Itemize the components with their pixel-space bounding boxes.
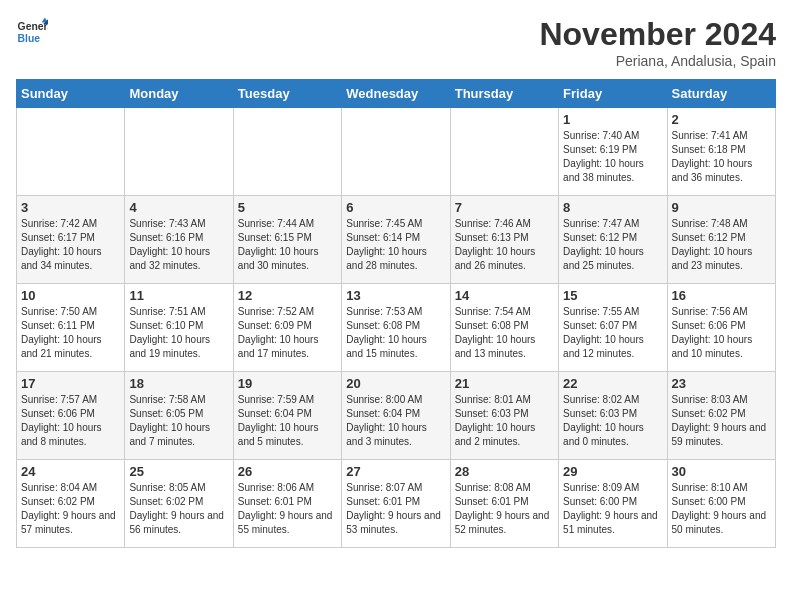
day-info: Sunrise: 7:48 AMSunset: 6:12 PMDaylight:… [672, 217, 771, 273]
svg-text:Blue: Blue [18, 33, 41, 44]
col-friday: Friday [559, 80, 667, 108]
day-number: 7 [455, 200, 554, 215]
day-info: Sunrise: 7:41 AMSunset: 6:18 PMDaylight:… [672, 129, 771, 185]
day-number: 10 [21, 288, 120, 303]
day-info: Sunrise: 7:52 AMSunset: 6:09 PMDaylight:… [238, 305, 337, 361]
day-number: 18 [129, 376, 228, 391]
day-info: Sunrise: 7:43 AMSunset: 6:16 PMDaylight:… [129, 217, 228, 273]
day-number: 13 [346, 288, 445, 303]
day-number: 24 [21, 464, 120, 479]
day-info: Sunrise: 7:46 AMSunset: 6:13 PMDaylight:… [455, 217, 554, 273]
header: General Blue November 2024 Periana, Anda… [16, 16, 776, 69]
calendar-cell: 16Sunrise: 7:56 AMSunset: 6:06 PMDayligh… [667, 284, 775, 372]
day-number: 12 [238, 288, 337, 303]
day-info: Sunrise: 7:53 AMSunset: 6:08 PMDaylight:… [346, 305, 445, 361]
day-info: Sunrise: 7:40 AMSunset: 6:19 PMDaylight:… [563, 129, 662, 185]
day-number: 25 [129, 464, 228, 479]
day-number: 2 [672, 112, 771, 127]
day-info: Sunrise: 7:51 AMSunset: 6:10 PMDaylight:… [129, 305, 228, 361]
logo: General Blue [16, 16, 48, 48]
calendar-cell: 9Sunrise: 7:48 AMSunset: 6:12 PMDaylight… [667, 196, 775, 284]
calendar-cell: 24Sunrise: 8:04 AMSunset: 6:02 PMDayligh… [17, 460, 125, 548]
col-sunday: Sunday [17, 80, 125, 108]
day-number: 4 [129, 200, 228, 215]
day-number: 30 [672, 464, 771, 479]
day-number: 8 [563, 200, 662, 215]
day-number: 15 [563, 288, 662, 303]
day-number: 26 [238, 464, 337, 479]
calendar-cell: 4Sunrise: 7:43 AMSunset: 6:16 PMDaylight… [125, 196, 233, 284]
day-info: Sunrise: 7:47 AMSunset: 6:12 PMDaylight:… [563, 217, 662, 273]
calendar-cell: 2Sunrise: 7:41 AMSunset: 6:18 PMDaylight… [667, 108, 775, 196]
col-monday: Monday [125, 80, 233, 108]
calendar-cell: 27Sunrise: 8:07 AMSunset: 6:01 PMDayligh… [342, 460, 450, 548]
day-info: Sunrise: 7:59 AMSunset: 6:04 PMDaylight:… [238, 393, 337, 449]
col-saturday: Saturday [667, 80, 775, 108]
day-info: Sunrise: 8:05 AMSunset: 6:02 PMDaylight:… [129, 481, 228, 537]
calendar-cell: 8Sunrise: 7:47 AMSunset: 6:12 PMDaylight… [559, 196, 667, 284]
col-tuesday: Tuesday [233, 80, 341, 108]
day-info: Sunrise: 7:50 AMSunset: 6:11 PMDaylight:… [21, 305, 120, 361]
day-info: Sunrise: 7:55 AMSunset: 6:07 PMDaylight:… [563, 305, 662, 361]
calendar-cell [233, 108, 341, 196]
calendar-cell: 12Sunrise: 7:52 AMSunset: 6:09 PMDayligh… [233, 284, 341, 372]
calendar-cell: 17Sunrise: 7:57 AMSunset: 6:06 PMDayligh… [17, 372, 125, 460]
calendar-cell: 29Sunrise: 8:09 AMSunset: 6:00 PMDayligh… [559, 460, 667, 548]
calendar-cell: 10Sunrise: 7:50 AMSunset: 6:11 PMDayligh… [17, 284, 125, 372]
calendar-week-5: 24Sunrise: 8:04 AMSunset: 6:02 PMDayligh… [17, 460, 776, 548]
calendar-week-3: 10Sunrise: 7:50 AMSunset: 6:11 PMDayligh… [17, 284, 776, 372]
calendar-cell: 23Sunrise: 8:03 AMSunset: 6:02 PMDayligh… [667, 372, 775, 460]
day-info: Sunrise: 8:08 AMSunset: 6:01 PMDaylight:… [455, 481, 554, 537]
calendar-cell: 21Sunrise: 8:01 AMSunset: 6:03 PMDayligh… [450, 372, 558, 460]
day-info: Sunrise: 7:58 AMSunset: 6:05 PMDaylight:… [129, 393, 228, 449]
day-number: 28 [455, 464, 554, 479]
day-number: 1 [563, 112, 662, 127]
day-info: Sunrise: 8:10 AMSunset: 6:00 PMDaylight:… [672, 481, 771, 537]
calendar-week-1: 1Sunrise: 7:40 AMSunset: 6:19 PMDaylight… [17, 108, 776, 196]
calendar-cell: 28Sunrise: 8:08 AMSunset: 6:01 PMDayligh… [450, 460, 558, 548]
calendar-cell: 19Sunrise: 7:59 AMSunset: 6:04 PMDayligh… [233, 372, 341, 460]
calendar-table: Sunday Monday Tuesday Wednesday Thursday… [16, 79, 776, 548]
calendar-cell: 13Sunrise: 7:53 AMSunset: 6:08 PMDayligh… [342, 284, 450, 372]
logo-icon: General Blue [16, 16, 48, 48]
day-info: Sunrise: 7:45 AMSunset: 6:14 PMDaylight:… [346, 217, 445, 273]
calendar-cell [17, 108, 125, 196]
calendar-cell: 15Sunrise: 7:55 AMSunset: 6:07 PMDayligh… [559, 284, 667, 372]
calendar-cell: 14Sunrise: 7:54 AMSunset: 6:08 PMDayligh… [450, 284, 558, 372]
calendar-cell: 11Sunrise: 7:51 AMSunset: 6:10 PMDayligh… [125, 284, 233, 372]
calendar-cell [342, 108, 450, 196]
day-info: Sunrise: 8:03 AMSunset: 6:02 PMDaylight:… [672, 393, 771, 449]
day-info: Sunrise: 8:07 AMSunset: 6:01 PMDaylight:… [346, 481, 445, 537]
day-number: 29 [563, 464, 662, 479]
calendar-cell [450, 108, 558, 196]
day-info: Sunrise: 7:57 AMSunset: 6:06 PMDaylight:… [21, 393, 120, 449]
calendar-title: November 2024 [539, 16, 776, 53]
calendar-subtitle: Periana, Andalusia, Spain [539, 53, 776, 69]
day-info: Sunrise: 8:02 AMSunset: 6:03 PMDaylight:… [563, 393, 662, 449]
day-info: Sunrise: 7:44 AMSunset: 6:15 PMDaylight:… [238, 217, 337, 273]
day-info: Sunrise: 8:00 AMSunset: 6:04 PMDaylight:… [346, 393, 445, 449]
day-info: Sunrise: 8:06 AMSunset: 6:01 PMDaylight:… [238, 481, 337, 537]
day-info: Sunrise: 7:54 AMSunset: 6:08 PMDaylight:… [455, 305, 554, 361]
day-info: Sunrise: 8:01 AMSunset: 6:03 PMDaylight:… [455, 393, 554, 449]
day-number: 19 [238, 376, 337, 391]
day-number: 11 [129, 288, 228, 303]
svg-text:General: General [18, 21, 48, 32]
day-number: 21 [455, 376, 554, 391]
header-row: Sunday Monday Tuesday Wednesday Thursday… [17, 80, 776, 108]
day-number: 6 [346, 200, 445, 215]
day-number: 20 [346, 376, 445, 391]
calendar-cell [125, 108, 233, 196]
day-number: 22 [563, 376, 662, 391]
day-number: 5 [238, 200, 337, 215]
calendar-cell: 18Sunrise: 7:58 AMSunset: 6:05 PMDayligh… [125, 372, 233, 460]
calendar-cell: 30Sunrise: 8:10 AMSunset: 6:00 PMDayligh… [667, 460, 775, 548]
calendar-cell: 26Sunrise: 8:06 AMSunset: 6:01 PMDayligh… [233, 460, 341, 548]
calendar-week-2: 3Sunrise: 7:42 AMSunset: 6:17 PMDaylight… [17, 196, 776, 284]
day-number: 9 [672, 200, 771, 215]
calendar-cell: 5Sunrise: 7:44 AMSunset: 6:15 PMDaylight… [233, 196, 341, 284]
calendar-cell: 20Sunrise: 8:00 AMSunset: 6:04 PMDayligh… [342, 372, 450, 460]
day-number: 16 [672, 288, 771, 303]
title-area: November 2024 Periana, Andalusia, Spain [539, 16, 776, 69]
col-thursday: Thursday [450, 80, 558, 108]
